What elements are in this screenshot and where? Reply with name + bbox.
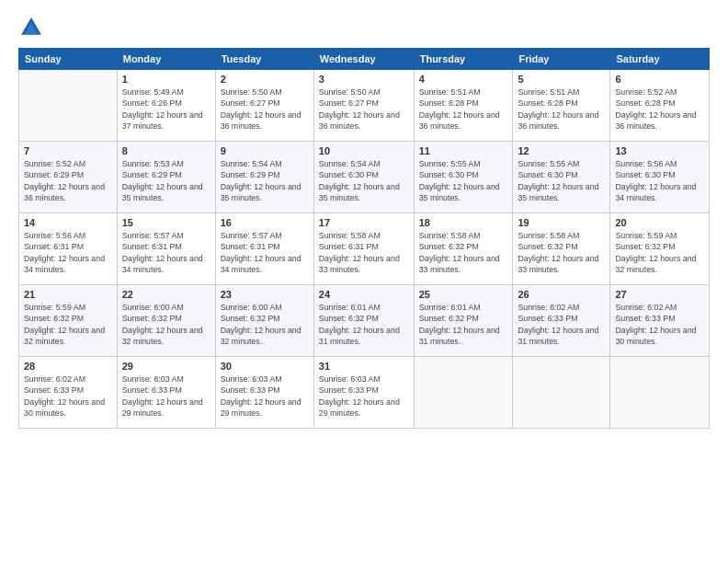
day-number: 19	[518, 217, 605, 228]
calendar-cell: 10Sunrise: 5:54 AM Sunset: 6:30 PM Dayli…	[313, 142, 414, 213]
calendar-cell	[610, 357, 710, 429]
day-number: 20	[615, 217, 704, 228]
day-number: 31	[319, 361, 409, 372]
calendar-week-row: 7Sunrise: 5:52 AM Sunset: 6:29 PM Daylig…	[19, 142, 710, 213]
day-info: Sunrise: 5:52 AM Sunset: 6:29 PM Dayligh…	[24, 158, 112, 203]
header-day: Monday	[117, 49, 215, 70]
calendar-cell: 22Sunrise: 6:00 AM Sunset: 6:32 PM Dayli…	[117, 285, 215, 357]
day-info: Sunrise: 5:58 AM Sunset: 6:31 PM Dayligh…	[319, 230, 409, 275]
header-row: SundayMondayTuesdayWednesdayThursdayFrid…	[19, 49, 710, 70]
day-number: 18	[419, 217, 508, 228]
day-info: Sunrise: 5:58 AM Sunset: 6:32 PM Dayligh…	[419, 230, 508, 275]
day-number: 1	[122, 74, 210, 85]
calendar-cell: 2Sunrise: 5:50 AM Sunset: 6:27 PM Daylig…	[215, 70, 313, 142]
day-number: 24	[319, 289, 409, 300]
calendar-cell: 27Sunrise: 6:02 AM Sunset: 6:33 PM Dayli…	[610, 285, 710, 357]
calendar-week-row: 21Sunrise: 5:59 AM Sunset: 6:32 PM Dayli…	[19, 285, 710, 357]
day-number: 4	[419, 74, 508, 85]
day-info: Sunrise: 6:02 AM Sunset: 6:33 PM Dayligh…	[518, 302, 605, 347]
day-info: Sunrise: 6:02 AM Sunset: 6:33 PM Dayligh…	[24, 373, 112, 419]
calendar-cell: 30Sunrise: 6:03 AM Sunset: 6:33 PM Dayli…	[215, 357, 313, 429]
day-info: Sunrise: 5:54 AM Sunset: 6:30 PM Dayligh…	[319, 158, 409, 203]
calendar-cell: 12Sunrise: 5:55 AM Sunset: 6:30 PM Dayli…	[513, 142, 610, 213]
day-number: 8	[122, 145, 210, 156]
calendar-cell: 3Sunrise: 5:50 AM Sunset: 6:27 PM Daylig…	[313, 70, 414, 142]
header	[18, 15, 710, 40]
calendar-cell: 20Sunrise: 5:59 AM Sunset: 6:32 PM Dayli…	[610, 213, 710, 285]
calendar-cell	[19, 70, 118, 142]
day-number: 21	[24, 289, 112, 300]
day-info: Sunrise: 5:57 AM Sunset: 6:31 PM Dayligh…	[221, 230, 309, 275]
calendar-cell: 31Sunrise: 6:03 AM Sunset: 6:33 PM Dayli…	[313, 357, 414, 429]
calendar-cell: 11Sunrise: 5:55 AM Sunset: 6:30 PM Dayli…	[414, 142, 513, 213]
day-number: 16	[221, 217, 309, 228]
day-number: 13	[615, 145, 704, 156]
calendar-cell: 29Sunrise: 6:03 AM Sunset: 6:33 PM Dayli…	[117, 357, 215, 429]
logo	[18, 15, 48, 40]
calendar-cell	[414, 357, 513, 429]
calendar-cell: 6Sunrise: 5:52 AM Sunset: 6:28 PM Daylig…	[610, 70, 710, 142]
calendar-cell: 5Sunrise: 5:51 AM Sunset: 6:28 PM Daylig…	[513, 70, 610, 142]
day-number: 12	[518, 145, 605, 156]
day-number: 25	[419, 289, 508, 300]
calendar-cell: 28Sunrise: 6:02 AM Sunset: 6:33 PM Dayli…	[19, 357, 118, 429]
day-number: 7	[24, 145, 112, 156]
day-info: Sunrise: 5:52 AM Sunset: 6:28 PM Dayligh…	[615, 86, 704, 132]
day-info: Sunrise: 5:56 AM Sunset: 6:31 PM Dayligh…	[24, 230, 112, 275]
day-number: 17	[319, 217, 409, 228]
calendar-table: SundayMondayTuesdayWednesdayThursdayFrid…	[18, 48, 710, 429]
calendar-cell: 19Sunrise: 5:58 AM Sunset: 6:32 PM Dayli…	[513, 213, 610, 285]
calendar-cell: 4Sunrise: 5:51 AM Sunset: 6:28 PM Daylig…	[414, 70, 513, 142]
header-day: Saturday	[610, 49, 710, 70]
calendar-cell: 17Sunrise: 5:58 AM Sunset: 6:31 PM Dayli…	[313, 213, 414, 285]
day-info: Sunrise: 5:51 AM Sunset: 6:28 PM Dayligh…	[419, 86, 508, 132]
day-info: Sunrise: 5:53 AM Sunset: 6:29 PM Dayligh…	[122, 158, 210, 203]
calendar-cell: 15Sunrise: 5:57 AM Sunset: 6:31 PM Dayli…	[117, 213, 215, 285]
calendar-week-row: 14Sunrise: 5:56 AM Sunset: 6:31 PM Dayli…	[19, 213, 710, 285]
day-number: 27	[615, 289, 704, 300]
header-day: Friday	[513, 49, 610, 70]
day-info: Sunrise: 5:56 AM Sunset: 6:30 PM Dayligh…	[615, 158, 704, 203]
day-number: 10	[319, 145, 409, 156]
calendar-cell: 26Sunrise: 6:02 AM Sunset: 6:33 PM Dayli…	[513, 285, 610, 357]
day-info: Sunrise: 5:54 AM Sunset: 6:29 PM Dayligh…	[221, 158, 309, 203]
calendar-week-row: 28Sunrise: 6:02 AM Sunset: 6:33 PM Dayli…	[19, 357, 710, 429]
day-number: 5	[518, 74, 605, 85]
day-info: Sunrise: 6:01 AM Sunset: 6:32 PM Dayligh…	[319, 302, 409, 347]
day-number: 28	[24, 361, 112, 372]
calendar-cell: 25Sunrise: 6:01 AM Sunset: 6:32 PM Dayli…	[414, 285, 513, 357]
calendar-cell: 24Sunrise: 6:01 AM Sunset: 6:32 PM Dayli…	[313, 285, 414, 357]
day-info: Sunrise: 6:01 AM Sunset: 6:32 PM Dayligh…	[419, 302, 508, 347]
day-info: Sunrise: 6:03 AM Sunset: 6:33 PM Dayligh…	[221, 373, 309, 419]
calendar-cell: 9Sunrise: 5:54 AM Sunset: 6:29 PM Daylig…	[215, 142, 313, 213]
calendar-cell: 13Sunrise: 5:56 AM Sunset: 6:30 PM Dayli…	[610, 142, 710, 213]
header-day: Sunday	[19, 49, 118, 70]
day-info: Sunrise: 5:50 AM Sunset: 6:27 PM Dayligh…	[221, 86, 309, 132]
header-day: Wednesday	[313, 49, 414, 70]
calendar-cell: 8Sunrise: 5:53 AM Sunset: 6:29 PM Daylig…	[117, 142, 215, 213]
day-number: 3	[319, 74, 409, 85]
day-number: 29	[122, 361, 210, 372]
day-info: Sunrise: 6:02 AM Sunset: 6:33 PM Dayligh…	[615, 302, 704, 347]
day-number: 22	[122, 289, 210, 300]
day-number: 15	[122, 217, 210, 228]
day-info: Sunrise: 6:00 AM Sunset: 6:32 PM Dayligh…	[122, 302, 210, 347]
calendar-week-row: 1Sunrise: 5:49 AM Sunset: 6:26 PM Daylig…	[19, 70, 710, 142]
day-info: Sunrise: 5:59 AM Sunset: 6:32 PM Dayligh…	[615, 230, 704, 275]
day-number: 9	[221, 145, 309, 156]
calendar-cell: 21Sunrise: 5:59 AM Sunset: 6:32 PM Dayli…	[19, 285, 118, 357]
day-info: Sunrise: 5:50 AM Sunset: 6:27 PM Dayligh…	[319, 86, 409, 132]
day-info: Sunrise: 6:00 AM Sunset: 6:32 PM Dayligh…	[221, 302, 309, 347]
day-info: Sunrise: 5:55 AM Sunset: 6:30 PM Dayligh…	[419, 158, 508, 203]
day-info: Sunrise: 6:03 AM Sunset: 6:33 PM Dayligh…	[122, 373, 210, 419]
calendar-cell: 18Sunrise: 5:58 AM Sunset: 6:32 PM Dayli…	[414, 213, 513, 285]
day-number: 6	[615, 74, 704, 85]
day-number: 11	[419, 145, 508, 156]
header-day: Tuesday	[215, 49, 313, 70]
day-info: Sunrise: 5:58 AM Sunset: 6:32 PM Dayligh…	[518, 230, 605, 275]
logo-icon	[18, 15, 44, 40]
day-info: Sunrise: 5:57 AM Sunset: 6:31 PM Dayligh…	[122, 230, 210, 275]
day-number: 2	[221, 74, 309, 85]
calendar-cell: 14Sunrise: 5:56 AM Sunset: 6:31 PM Dayli…	[19, 213, 118, 285]
day-number: 23	[221, 289, 309, 300]
